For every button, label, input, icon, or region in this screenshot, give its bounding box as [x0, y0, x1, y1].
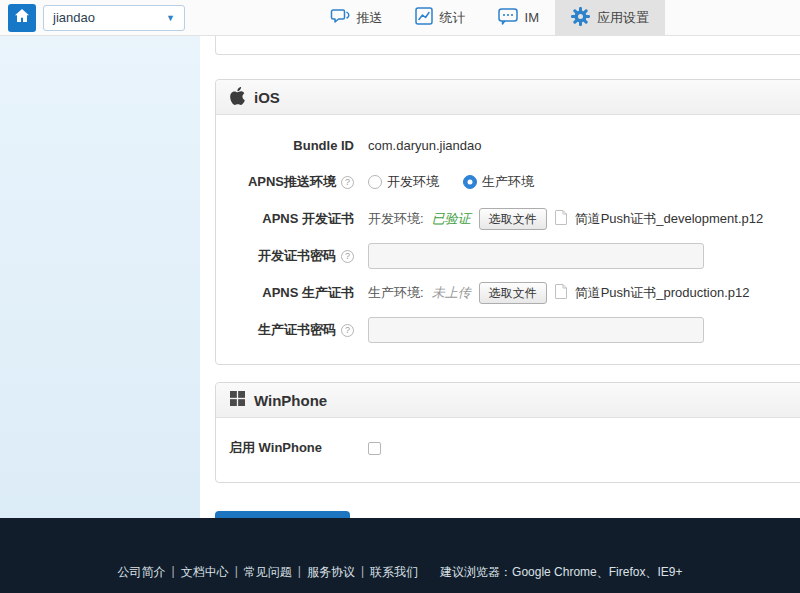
- nav-item-label: IM: [525, 10, 539, 25]
- footer-link-about[interactable]: 公司简介: [118, 564, 166, 581]
- radio-prod-env[interactable]: 生产环境: [463, 173, 534, 191]
- chat-icon: [498, 8, 518, 28]
- dev-cert-status: 已验证: [432, 210, 471, 228]
- help-icon[interactable]: ?: [341, 250, 354, 263]
- help-icon[interactable]: ?: [341, 324, 354, 337]
- nav-item-label: 统计: [440, 9, 466, 27]
- apns-env-options: 开发环境 生产环境: [368, 173, 550, 191]
- winphone-section-body: 启用 WinPhone: [216, 418, 800, 482]
- enable-winphone-row: 启用 WinPhone: [216, 431, 800, 465]
- winphone-section-card: WinPhone 启用 WinPhone: [215, 382, 800, 483]
- ios-section-header: iOS: [216, 80, 800, 115]
- sidebar: [0, 36, 200, 518]
- app-selector-value: jiandao: [53, 10, 95, 25]
- home-button[interactable]: [8, 4, 36, 32]
- footer-link-faq[interactable]: 常见问题: [244, 564, 292, 581]
- top-navbar: jiandao ▼ 推送 统计: [0, 0, 800, 36]
- footer-link-terms[interactable]: 服务协议: [307, 564, 355, 581]
- ios-section-card: iOS Bundle ID com.daryun.jiandao APNS推送环…: [215, 79, 800, 365]
- nav-item-im[interactable]: IM: [482, 0, 555, 35]
- dev-cert-label: APNS 开发证书: [216, 210, 354, 228]
- dev-cert-filename: 简道Push证书_development.p12: [575, 210, 764, 228]
- section-title: iOS: [254, 89, 280, 106]
- page: jiandao ▼ 推送 统计: [0, 0, 800, 593]
- footer-link-contact[interactable]: 联系我们: [370, 564, 418, 581]
- prod-select-file-button[interactable]: 选取文件: [479, 282, 547, 304]
- dev-password-input[interactable]: [368, 243, 704, 269]
- bundle-id-label: Bundle ID: [216, 138, 354, 153]
- prod-cert-status: 未上传: [432, 284, 471, 302]
- nav-item-push[interactable]: 推送: [314, 0, 399, 35]
- apns-env-row: APNS推送环境 ? 开发环境 生产环境: [216, 165, 800, 199]
- dev-password-row: 开发证书密码 ?: [216, 239, 800, 273]
- prod-password-input[interactable]: [368, 317, 704, 343]
- dev-password-label: 开发证书密码 ?: [216, 247, 354, 265]
- section-title: WinPhone: [254, 392, 327, 409]
- push-icon: [330, 7, 350, 28]
- enable-winphone-checkbox[interactable]: [368, 442, 381, 455]
- dev-cert-row: APNS 开发证书 开发环境: 已验证 选取文件 简道Push证书_develo: [216, 202, 800, 236]
- app-selector[interactable]: jiandao ▼: [43, 5, 185, 31]
- bundle-id-value: com.daryun.jiandao: [368, 138, 481, 153]
- prod-env-text: 生产环境:: [368, 284, 424, 302]
- apple-icon: [230, 87, 245, 108]
- nav-item-label: 推送: [357, 9, 383, 27]
- nav-item-label: 应用设置: [597, 9, 649, 27]
- footer-link-docs[interactable]: 文档中心: [181, 564, 229, 581]
- file-icon: [555, 284, 567, 302]
- home-icon: [14, 8, 30, 27]
- bundle-id-row: Bundle ID com.daryun.jiandao: [216, 128, 800, 162]
- main-content: iOS Bundle ID com.daryun.jiandao APNS推送环…: [200, 36, 800, 518]
- enable-winphone-label: 启用 WinPhone: [216, 439, 354, 457]
- dev-select-file-button[interactable]: 选取文件: [479, 208, 547, 230]
- stats-icon: [415, 7, 433, 28]
- help-icon[interactable]: ?: [341, 176, 354, 189]
- apns-env-label: APNS推送环境 ?: [216, 173, 354, 191]
- previous-section-remnant: [215, 36, 800, 55]
- file-icon: [555, 210, 567, 228]
- prod-password-label: 生产证书密码 ?: [216, 321, 354, 339]
- radio-icon[interactable]: [368, 175, 382, 189]
- gear-icon: [571, 7, 590, 29]
- actions-bar: 保存修改 删除应用: [215, 511, 800, 518]
- winphone-section-header: WinPhone: [216, 383, 800, 418]
- radio-checked-icon[interactable]: [463, 175, 477, 189]
- radio-dev-env[interactable]: 开发环境: [368, 173, 439, 191]
- dev-cert-value: 开发环境: 已验证 选取文件 简道Push证书_development.p12: [368, 208, 763, 230]
- prod-cert-label: APNS 生产证书: [216, 284, 354, 302]
- nav-item-stats[interactable]: 统计: [399, 0, 482, 35]
- windows-icon: [230, 391, 245, 409]
- nav-item-app-settings[interactable]: 应用设置: [555, 0, 665, 35]
- prod-cert-row: APNS 生产证书 生产环境: 未上传 选取文件 简道Push证书_produc: [216, 276, 800, 310]
- save-button[interactable]: 保存修改: [215, 511, 350, 518]
- prod-password-row: 生产证书密码 ?: [216, 313, 800, 347]
- prod-cert-value: 生产环境: 未上传 选取文件 简道Push证书_production.p12: [368, 282, 750, 304]
- prod-cert-filename: 简道Push证书_production.p12: [575, 284, 750, 302]
- dev-env-text: 开发环境:: [368, 210, 424, 228]
- chevron-down-icon: ▼: [166, 13, 175, 23]
- main-nav: 推送 统计: [314, 0, 665, 35]
- browser-recommendation: 建议浏览器：Google Chrome、Firefox、IE9+: [440, 564, 682, 581]
- footer: 公司简介 | 文档中心 | 常见问题 | 服务协议 | 联系我们 建议浏览器：G…: [0, 518, 800, 593]
- ios-section-body: Bundle ID com.daryun.jiandao APNS推送环境 ? …: [216, 115, 800, 364]
